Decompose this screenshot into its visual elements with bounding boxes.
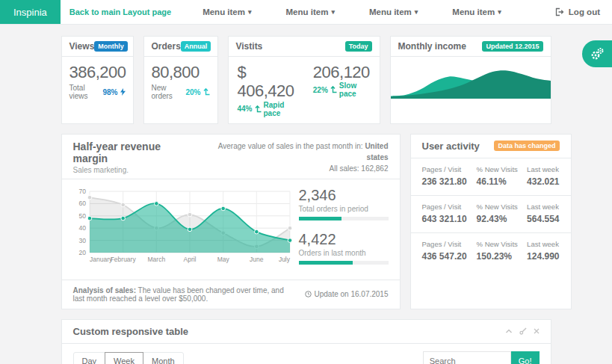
updated-badge: Updated 12.2015 xyxy=(482,41,543,52)
svg-text:70: 70 xyxy=(78,188,86,195)
caret-down-icon: ▾ xyxy=(498,8,501,16)
caret-down-icon: ▾ xyxy=(415,8,418,16)
page-content: Views Monthly 386,200 Total views 98% xyxy=(61,36,551,364)
charts-row: Half-year revenue margin Sales marketing… xyxy=(61,134,551,309)
svg-text:40: 40 xyxy=(78,224,86,232)
custom-table-panel: Custom responsive table Day Week Month xyxy=(61,319,551,364)
svg-text:April: April xyxy=(183,256,196,263)
svg-text:50: 50 xyxy=(78,212,86,219)
analysis-text: Analysis of sales: The value has been ch… xyxy=(73,286,297,303)
activity-row: Pages / Visit236 321.80 % New Visits46.1… xyxy=(411,158,571,196)
orders-last-month-label: Orders in last month xyxy=(299,249,389,257)
activity-row: Pages / Visit643 321.10 % New Visits92.4… xyxy=(411,196,571,233)
search-input[interactable] xyxy=(423,351,511,364)
visits-left-stat: 44% Rapid pace xyxy=(238,101,301,117)
visits-right-stat: 22% Slow pace xyxy=(313,81,371,98)
all-sales-value: All sales: 162,862 xyxy=(197,163,388,174)
orders-card: Orders Annual 80,800 New orders 20% xyxy=(143,36,218,124)
back-to-layout-link[interactable]: Back to main Layout page xyxy=(64,0,177,24)
gears-icon xyxy=(590,47,605,61)
views-label: Total views xyxy=(69,84,103,100)
revenue-panel-subtitle: Sales marketing. xyxy=(73,166,197,174)
orders-card-title: Orders xyxy=(152,41,181,52)
svg-text:March: March xyxy=(147,256,165,263)
bolt-icon xyxy=(120,88,126,96)
orders-stat: 20% xyxy=(185,88,209,96)
level-up-icon xyxy=(255,105,262,113)
visits-card: Vistits Today $ 406,420 44% Rapid pace 2… xyxy=(228,36,380,124)
user-activity-panel: User activity Data has changed Pages / V… xyxy=(410,134,572,309)
svg-text:January: January xyxy=(90,256,113,263)
clock-icon xyxy=(305,291,312,297)
visits-right-col: 206,120 22% Slow pace xyxy=(313,63,371,117)
visits-left-value: $ 406,420 xyxy=(238,63,301,101)
revenue-note: Average value of sales in the past month… xyxy=(197,141,388,174)
revenue-panel: Half-year revenue margin Sales marketing… xyxy=(61,134,401,309)
orders-in-period-progress xyxy=(299,217,389,220)
tab-day[interactable]: Day xyxy=(73,352,106,364)
tab-month[interactable]: Month xyxy=(143,352,184,364)
annual-badge: Annual xyxy=(181,41,211,52)
svg-text:May: May xyxy=(217,256,229,263)
views-value: 386,200 xyxy=(69,63,126,81)
tab-week[interactable]: Week xyxy=(105,352,143,364)
user-activity-title: User activity xyxy=(422,141,480,152)
note-country: United states xyxy=(365,142,388,161)
orders-last-month-value: 4,422 xyxy=(299,231,389,248)
summary-cards-row: Views Monthly 386,200 Total views 98% xyxy=(61,36,551,124)
brand-logo[interactable]: Inspinia xyxy=(0,0,61,24)
orders-last-month-progress xyxy=(299,261,389,265)
income-card-title: Monthly income xyxy=(398,41,466,52)
monthly-income-card: Monthly income Updated 12.2015 xyxy=(390,36,551,124)
views-card-title: Views xyxy=(69,41,95,52)
close-icon[interactable] xyxy=(534,328,540,334)
income-area-chart xyxy=(391,57,551,123)
visits-left-col: $ 406,420 44% Rapid pace xyxy=(238,63,301,117)
menu-item-2[interactable]: Menu item ▾ xyxy=(277,0,344,24)
data-changed-badge: Data has changed xyxy=(494,141,559,151)
revenue-panel-title: Half-year revenue margin xyxy=(73,141,197,164)
orders-value: 80,800 xyxy=(152,63,210,81)
level-up-icon xyxy=(330,86,337,93)
views-card: Views Monthly 386,200 Total views 98% xyxy=(61,36,134,124)
theme-settings-button[interactable] xyxy=(582,40,612,67)
caret-down-icon: ▾ xyxy=(248,8,252,16)
svg-text:30: 30 xyxy=(78,236,86,244)
logout-button[interactable]: Log out xyxy=(543,0,612,24)
update-date: Update on 16.07.2015 xyxy=(305,286,389,303)
visits-right-value: 206,120 xyxy=(313,63,371,81)
svg-text:July: July xyxy=(278,256,290,263)
go-button[interactable]: Go! xyxy=(511,351,540,364)
revenue-area-chart: 203040506070JanuaryFebruaryMarchAprilMay… xyxy=(73,187,293,275)
sign-out-icon xyxy=(555,7,564,16)
activity-row: Pages / Visit436 547.20 % New Visits150.… xyxy=(411,233,571,270)
orders-in-period-label: Total orders in period xyxy=(299,205,389,213)
monthly-badge: Monthly xyxy=(94,41,128,52)
today-badge: Today xyxy=(345,41,372,52)
menu-item-1[interactable]: Menu item ▾ xyxy=(194,0,260,24)
svg-text:February: February xyxy=(110,256,136,263)
visits-card-title: Vistits xyxy=(236,41,263,52)
menu-item-3[interactable]: Menu item ▾ xyxy=(360,0,427,24)
orders-in-period-value: 2,346 xyxy=(299,187,389,204)
caret-down-icon: ▾ xyxy=(331,8,335,16)
svg-text:60: 60 xyxy=(78,200,86,207)
views-stat: 98% xyxy=(102,88,125,96)
collapse-icon[interactable] xyxy=(505,328,513,334)
period-button-group: Day Week Month xyxy=(73,352,184,364)
revenue-stats-column: 2,346 Total orders in period 4,422 Order… xyxy=(293,187,389,275)
table-panel-title: Custom responsive table xyxy=(73,326,189,337)
svg-text:June: June xyxy=(250,256,264,263)
svg-text:20: 20 xyxy=(78,249,86,256)
menu-item-4[interactable]: Menu item ▾ xyxy=(443,0,510,24)
wrench-icon[interactable] xyxy=(519,327,527,335)
level-up-icon xyxy=(203,88,210,96)
top-navbar: Inspinia Back to main Layout page Menu i… xyxy=(0,0,612,25)
orders-label: New orders xyxy=(152,84,186,100)
